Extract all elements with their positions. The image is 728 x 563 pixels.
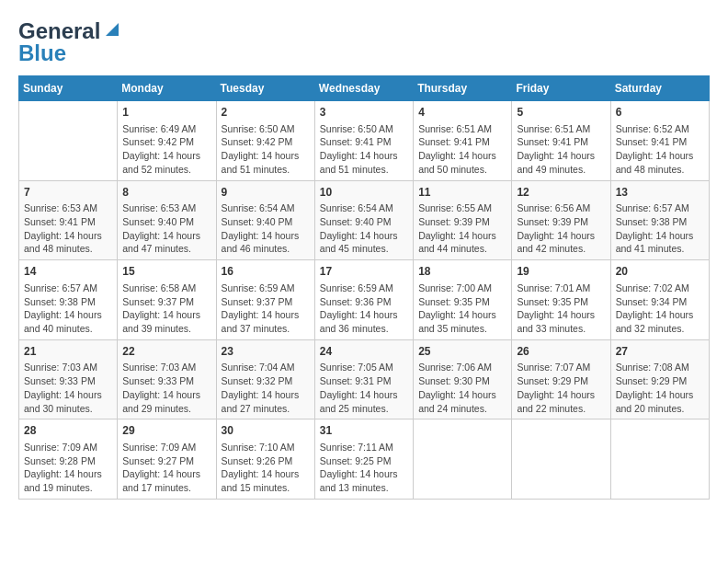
cell-content: Sunrise: 7:09 AM Sunset: 9:28 PM Dayligh… xyxy=(24,441,112,495)
calendar-cell: 4Sunrise: 6:51 AM Sunset: 9:41 PM Daylig… xyxy=(414,101,512,181)
day-number: 24 xyxy=(320,344,408,360)
header-tuesday: Tuesday xyxy=(216,76,314,101)
calendar-cell xyxy=(414,419,512,500)
calendar-table: SundayMondayTuesdayWednesdayThursdayFrid… xyxy=(18,75,710,500)
day-number: 4 xyxy=(418,105,506,121)
day-number: 7 xyxy=(24,185,112,201)
day-number: 29 xyxy=(122,423,210,439)
cell-content: Sunrise: 7:08 AM Sunset: 9:29 PM Dayligh… xyxy=(616,361,704,415)
day-number: 11 xyxy=(418,185,506,201)
calendar-cell: 8Sunrise: 6:53 AM Sunset: 9:40 PM Daylig… xyxy=(118,180,216,260)
day-number: 23 xyxy=(222,344,310,360)
logo-icon xyxy=(102,19,122,40)
cell-content: Sunrise: 6:50 AM Sunset: 9:42 PM Dayligh… xyxy=(222,122,310,177)
calendar-cell: 26Sunrise: 7:07 AM Sunset: 9:29 PM Dayli… xyxy=(512,339,610,419)
calendar-cell: 28Sunrise: 7:09 AM Sunset: 9:28 PM Dayli… xyxy=(19,419,118,500)
calendar-cell: 21Sunrise: 7:03 AM Sunset: 9:33 PM Dayli… xyxy=(19,339,118,419)
cell-content: Sunrise: 6:57 AM Sunset: 9:38 PM Dayligh… xyxy=(616,201,704,256)
calendar-cell: 2Sunrise: 6:50 AM Sunset: 9:42 PM Daylig… xyxy=(216,101,314,181)
day-number: 13 xyxy=(616,185,704,201)
calendar-week-row: 7Sunrise: 6:53 AM Sunset: 9:41 PM Daylig… xyxy=(19,180,710,260)
day-number: 1 xyxy=(122,105,210,121)
day-number: 2 xyxy=(222,105,310,121)
cell-content: Sunrise: 7:06 AM Sunset: 9:30 PM Dayligh… xyxy=(418,361,506,415)
calendar-cell: 16Sunrise: 6:59 AM Sunset: 9:37 PM Dayli… xyxy=(216,260,314,340)
logo: General Blue xyxy=(18,18,122,66)
day-number: 20 xyxy=(616,264,704,280)
day-number: 18 xyxy=(418,264,506,280)
calendar-cell: 10Sunrise: 6:54 AM Sunset: 9:40 PM Dayli… xyxy=(314,180,413,260)
calendar-cell: 1Sunrise: 6:49 AM Sunset: 9:42 PM Daylig… xyxy=(118,101,216,181)
day-number: 19 xyxy=(517,264,605,280)
cell-content: Sunrise: 6:56 AM Sunset: 9:39 PM Dayligh… xyxy=(517,201,605,256)
cell-content: Sunrise: 7:02 AM Sunset: 9:34 PM Dayligh… xyxy=(616,282,704,336)
cell-content: Sunrise: 6:50 AM Sunset: 9:41 PM Dayligh… xyxy=(320,122,408,177)
cell-content: Sunrise: 7:04 AM Sunset: 9:32 PM Dayligh… xyxy=(222,361,310,415)
calendar-header-row: SundayMondayTuesdayWednesdayThursdayFrid… xyxy=(19,76,710,101)
calendar-cell: 29Sunrise: 7:09 AM Sunset: 9:27 PM Dayli… xyxy=(118,419,216,500)
cell-content: Sunrise: 7:11 AM Sunset: 9:25 PM Dayligh… xyxy=(320,441,408,495)
day-number: 8 xyxy=(122,185,210,201)
day-number: 17 xyxy=(320,264,408,280)
day-number: 14 xyxy=(24,264,112,280)
calendar-cell: 22Sunrise: 7:03 AM Sunset: 9:33 PM Dayli… xyxy=(118,339,216,419)
day-number: 16 xyxy=(222,264,310,280)
cell-content: Sunrise: 6:51 AM Sunset: 9:41 PM Dayligh… xyxy=(418,122,506,177)
day-number: 9 xyxy=(222,185,310,201)
header-monday: Monday xyxy=(118,76,216,101)
calendar-cell: 31Sunrise: 7:11 AM Sunset: 9:25 PM Dayli… xyxy=(314,419,413,500)
cell-content: Sunrise: 6:58 AM Sunset: 9:37 PM Dayligh… xyxy=(122,282,210,336)
day-number: 21 xyxy=(24,344,112,360)
cell-content: Sunrise: 6:52 AM Sunset: 9:41 PM Dayligh… xyxy=(616,122,704,177)
svg-marker-0 xyxy=(106,23,119,36)
calendar-cell: 23Sunrise: 7:04 AM Sunset: 9:32 PM Dayli… xyxy=(216,339,314,419)
cell-content: Sunrise: 6:54 AM Sunset: 9:40 PM Dayligh… xyxy=(222,201,310,256)
day-number: 30 xyxy=(222,423,310,439)
cell-content: Sunrise: 6:59 AM Sunset: 9:36 PM Dayligh… xyxy=(320,282,408,336)
calendar-cell: 13Sunrise: 6:57 AM Sunset: 9:38 PM Dayli… xyxy=(610,180,709,260)
cell-content: Sunrise: 7:09 AM Sunset: 9:27 PM Dayligh… xyxy=(122,441,210,495)
calendar-week-row: 21Sunrise: 7:03 AM Sunset: 9:33 PM Dayli… xyxy=(19,339,710,419)
day-number: 15 xyxy=(122,264,210,280)
logo-blue: Blue xyxy=(18,40,66,66)
cell-content: Sunrise: 6:59 AM Sunset: 9:37 PM Dayligh… xyxy=(222,282,310,336)
header-saturday: Saturday xyxy=(610,76,709,101)
cell-content: Sunrise: 7:00 AM Sunset: 9:35 PM Dayligh… xyxy=(418,282,506,336)
cell-content: Sunrise: 7:03 AM Sunset: 9:33 PM Dayligh… xyxy=(122,361,210,415)
calendar-cell: 3Sunrise: 6:50 AM Sunset: 9:41 PM Daylig… xyxy=(314,101,413,181)
calendar-cell xyxy=(610,419,709,500)
header: General Blue xyxy=(18,18,710,66)
calendar-cell: 27Sunrise: 7:08 AM Sunset: 9:29 PM Dayli… xyxy=(610,339,709,419)
calendar-cell: 30Sunrise: 7:10 AM Sunset: 9:26 PM Dayli… xyxy=(216,419,314,500)
day-number: 12 xyxy=(517,185,605,201)
header-sunday: Sunday xyxy=(19,76,118,101)
calendar-cell: 15Sunrise: 6:58 AM Sunset: 9:37 PM Dayli… xyxy=(118,260,216,340)
day-number: 28 xyxy=(24,423,112,439)
day-number: 31 xyxy=(320,423,408,439)
day-number: 3 xyxy=(320,105,408,121)
cell-content: Sunrise: 6:51 AM Sunset: 9:41 PM Dayligh… xyxy=(517,122,605,177)
calendar-cell: 5Sunrise: 6:51 AM Sunset: 9:41 PM Daylig… xyxy=(512,101,610,181)
calendar-cell: 14Sunrise: 6:57 AM Sunset: 9:38 PM Dayli… xyxy=(19,260,118,340)
cell-content: Sunrise: 7:10 AM Sunset: 9:26 PM Dayligh… xyxy=(222,441,310,495)
calendar-cell: 18Sunrise: 7:00 AM Sunset: 9:35 PM Dayli… xyxy=(414,260,512,340)
calendar-week-row: 1Sunrise: 6:49 AM Sunset: 9:42 PM Daylig… xyxy=(19,101,710,181)
calendar-cell: 7Sunrise: 6:53 AM Sunset: 9:41 PM Daylig… xyxy=(19,180,118,260)
calendar-week-row: 28Sunrise: 7:09 AM Sunset: 9:28 PM Dayli… xyxy=(19,419,710,500)
day-number: 25 xyxy=(418,344,506,360)
cell-content: Sunrise: 6:57 AM Sunset: 9:38 PM Dayligh… xyxy=(24,282,112,336)
cell-content: Sunrise: 6:49 AM Sunset: 9:42 PM Dayligh… xyxy=(122,122,210,177)
calendar-cell: 24Sunrise: 7:05 AM Sunset: 9:31 PM Dayli… xyxy=(314,339,413,419)
header-friday: Friday xyxy=(512,76,610,101)
day-number: 5 xyxy=(517,105,605,121)
cell-content: Sunrise: 7:05 AM Sunset: 9:31 PM Dayligh… xyxy=(320,361,408,415)
cell-content: Sunrise: 7:03 AM Sunset: 9:33 PM Dayligh… xyxy=(24,361,112,415)
calendar-cell: 25Sunrise: 7:06 AM Sunset: 9:30 PM Dayli… xyxy=(414,339,512,419)
calendar-cell: 9Sunrise: 6:54 AM Sunset: 9:40 PM Daylig… xyxy=(216,180,314,260)
day-number: 27 xyxy=(616,344,704,360)
day-number: 10 xyxy=(320,185,408,201)
cell-content: Sunrise: 7:07 AM Sunset: 9:29 PM Dayligh… xyxy=(517,361,605,415)
calendar-cell: 17Sunrise: 6:59 AM Sunset: 9:36 PM Dayli… xyxy=(314,260,413,340)
day-number: 26 xyxy=(517,344,605,360)
calendar-cell: 6Sunrise: 6:52 AM Sunset: 9:41 PM Daylig… xyxy=(610,101,709,181)
